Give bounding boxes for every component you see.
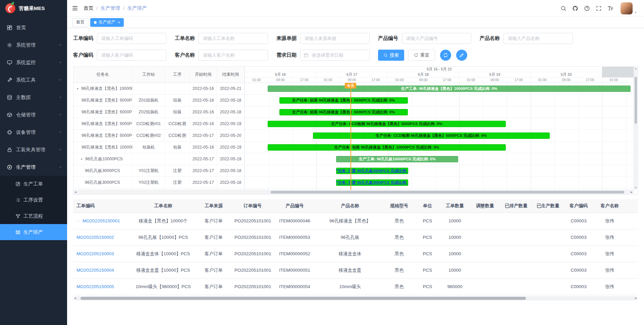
sidebar-item[interactable]: 系统监控: [0, 54, 67, 71]
table-row[interactable]: MO202205150001移液盒【黑色】10000个客户订单PO2022051…: [73, 213, 638, 229]
gantt-time-label: 01:00: [388, 77, 412, 83]
gantt-task-row[interactable]: 96孔孔板3000PCSY02注塑机注塑2022-05-172022-05-18: [73, 177, 245, 188]
app-title: 苦糖果MES: [19, 5, 45, 12]
github-icon[interactable]: [572, 5, 578, 11]
gantt-time-label: 09:00: [483, 77, 507, 83]
sidebar-item[interactable]: 设备管理: [0, 123, 67, 141]
search-button[interactable]: 搜索: [378, 50, 404, 61]
sidebar-item[interactable]: 工装夹具管理: [0, 141, 67, 158]
scroll-right-icon[interactable]: ▶: [634, 296, 638, 300]
scrollbar-thumb[interactable]: [635, 77, 637, 124]
gantt-bar[interactable]: 生产任务: 注塑 96孔孔板3000PCS 完成比例: 0%: [336, 168, 408, 174]
gantt-horizontal-scrollbar[interactable]: ◀ ▶: [73, 190, 634, 194]
scrollbar-track[interactable]: [634, 71, 638, 186]
scroll-left-icon[interactable]: ◀: [73, 190, 77, 194]
filter-input[interactable]: [300, 50, 370, 61]
sidebar-subitem[interactable]: 生产排产: [0, 224, 67, 240]
gantt-task-row[interactable]: 96孔移液盒【黑色】10000PCS包装机包装2022-05-162022-05…: [73, 142, 245, 153]
order-link[interactable]: MO202205150005: [76, 284, 114, 289]
gantt-task-station: CCD检测#01: [132, 118, 165, 129]
tab-close-icon[interactable]: ×: [118, 20, 120, 25]
reset-button[interactable]: 重置: [408, 50, 435, 61]
gantt-task-start: 2022-05-16: [190, 118, 217, 129]
filter-input[interactable]: [199, 33, 268, 44]
app-logo[interactable]: 苦糖果MES: [0, 0, 67, 17]
edit-columns-button[interactable]: [456, 50, 467, 61]
breadcrumb-item[interactable]: 生产管理: [101, 5, 120, 11]
gantt-task-row[interactable]: 96孔移液盒【黑色】5000PCSCCD检测#01CCD检测2022-05-16…: [73, 118, 245, 130]
scroll-right-icon[interactable]: ▶: [630, 190, 634, 194]
gantt-vertical-scrollbar[interactable]: ▲ ▼: [634, 67, 638, 190]
sidebar-item[interactable]: 系统管理: [0, 36, 67, 54]
scrollbar-thumb[interactable]: [80, 297, 526, 300]
avatar[interactable]: [621, 2, 633, 14]
gantt-bar[interactable]: 生产工单: 96孔孔板10000PCS 完成比例: 0%: [336, 156, 458, 162]
sidebar-subitem[interactable]: 工序设置: [0, 192, 67, 208]
font-size-icon[interactable]: [607, 5, 613, 11]
sidebar-item[interactable]: 首页: [0, 19, 67, 36]
orders-column-header: 需求日期: [626, 199, 638, 213]
fullscreen-icon[interactable]: [596, 5, 602, 11]
gantt-task-row[interactable]: 96孔孔板3000PCSY01注塑机注塑2022-05-172022-05-18: [73, 165, 245, 177]
orders-horizontal-scrollbar[interactable]: ◀ ▶: [73, 296, 638, 301]
gantt-task-row[interactable]: 96孔移液盒【黑色】5000PCSZ01组装机组装2022-05-162022-…: [73, 95, 245, 106]
table-row[interactable]: MO202205150004移液盒盒盖【10000】PCS客户订单PO20220…: [73, 262, 638, 278]
order-link[interactable]: MO202205150001: [83, 218, 120, 223]
gantt-bar[interactable]: 生产任务: 包装 96孔移液盒【黑色】10000PCS 完成比例: 0%: [268, 144, 505, 151]
scroll-up-icon[interactable]: ▲: [634, 67, 638, 71]
filter-input[interactable]: [97, 33, 166, 44]
gantt-task-name: 96孔孔板3000PCS: [73, 177, 132, 188]
table-row[interactable]: MO20220515000296孔孔板【10000】PCS客户订单PO20220…: [73, 229, 638, 246]
gantt-task-row[interactable]: 96孔移液盒【黑色】5000PCSZ02组装机组装2022-05-162022-…: [73, 106, 245, 118]
scrollbar-thumb[interactable]: [271, 191, 624, 194]
sidebar-subitem[interactable]: 工艺流程: [0, 208, 67, 224]
sidebar-toggle-icon[interactable]: [72, 5, 78, 11]
gantt-bar[interactable]: 生产任务: 组装 96孔移液盒【黑色】5000PCS 完成比例: 0%: [279, 109, 408, 115]
order-produced_qty-cell: [533, 229, 564, 246]
question-icon[interactable]: [584, 5, 590, 11]
order-source-cell: 客户订单: [194, 229, 233, 246]
gantt-bar[interactable]: 生产工单: 96孔移液盒【黑色】10000PCS 完成比例: 0%: [268, 86, 630, 92]
filter-input[interactable]: [300, 33, 370, 44]
gantt-bar[interactable]: 生产任务: 注塑 96孔孔板3000PCS 完成比例: 0%: [336, 179, 408, 186]
order-link[interactable]: MO202205150002: [76, 235, 114, 240]
scroll-left-icon[interactable]: ◀: [73, 296, 77, 300]
search-icon: [383, 53, 388, 57]
sidebar-item-label: 生产管理: [16, 164, 58, 170]
sidebar-item[interactable]: 主数据: [0, 89, 67, 106]
gantt-task-row[interactable]: 96孔移液盒【黑色】10000PCS2022-05-162022-05-21: [73, 83, 245, 95]
breadcrumb-item[interactable]: 首页: [84, 5, 93, 11]
scrollbar-track[interactable]: [77, 190, 630, 194]
gantt-bar[interactable]: 生产任务: CCD检测 96孔移液盒【黑色】5000PCS 完成比例: 0%: [313, 132, 550, 139]
table-row[interactable]: MO202205150003移液盒盒体【10000】PCS客户订单PO20220…: [73, 246, 638, 262]
caret-down-icon: [634, 11, 637, 14]
gantt-day-label: 5月 16: [245, 72, 316, 77]
scroll-down-icon[interactable]: ▼: [634, 186, 638, 190]
gantt-header-overflow: [602, 67, 634, 77]
tab-item[interactable]: 首页: [72, 18, 88, 27]
filter-input[interactable]: [199, 50, 268, 61]
filter-input[interactable]: [503, 33, 573, 44]
sidebar-subitem[interactable]: 生产工单: [0, 176, 67, 192]
table-row[interactable]: MO20220515000510mm吸头【960000】PCS客户订单PO202…: [73, 278, 638, 295]
scrollbar-track[interactable]: [77, 296, 634, 301]
orders-section: 工单编码工单名称工单来源订单编号产品编号产品名称规格型号单位工单数量调整数量已排…: [73, 199, 638, 301]
gantt-task-table: 任务名工作站工序开始时间结束时间 96孔移液盒【黑色】10000PCS2022-…: [73, 67, 245, 194]
sidebar: 苦糖果MES 首页系统管理系统监控系统工具主数据仓储管理设备管理工装夹具管理生产…: [0, 0, 67, 325]
gantt-bar[interactable]: 生产任务: CCD检测 96孔移液盒【黑色】5000PCS 完成比例: 0%: [268, 121, 505, 127]
search-icon[interactable]: [560, 5, 567, 11]
tab-item[interactable]: 生产排产×: [90, 18, 124, 27]
gantt-day-label: 5月 18: [388, 72, 459, 77]
filter-input[interactable]: [402, 33, 471, 44]
order-link[interactable]: MO202205150003: [76, 251, 114, 256]
sidebar-item[interactable]: 生产管理: [0, 158, 67, 176]
sidebar-item[interactable]: 仓储管理: [0, 106, 67, 123]
filter-input[interactable]: [97, 50, 166, 61]
gantt-task-row[interactable]: 96孔孔板10000PCS2022-05-172022-05-19: [73, 153, 245, 165]
gantt-bar[interactable]: 生产任务: 组装 96孔移液盒【黑色】5000PCS 完成比例: 0%: [279, 97, 408, 104]
user-menu[interactable]: [621, 2, 637, 14]
order-link[interactable]: MO202205150004: [76, 268, 114, 273]
refresh-view-button[interactable]: [440, 50, 451, 61]
gantt-task-row[interactable]: 96孔移液盒【黑色】5000PCSCCD检测#02CCD检测2022-05-17…: [73, 130, 245, 142]
sidebar-item[interactable]: 系统工具: [0, 71, 67, 89]
